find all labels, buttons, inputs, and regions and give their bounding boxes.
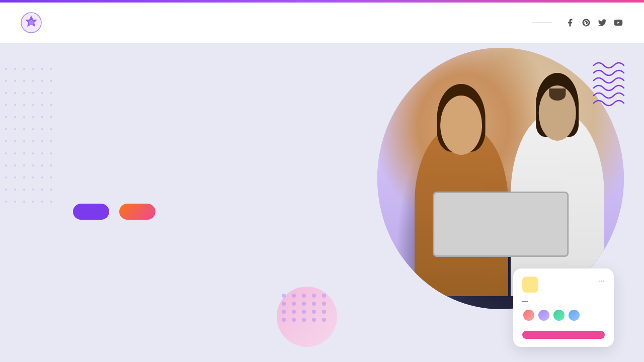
decoration-dot — [322, 310, 326, 314]
get-started-button[interactable] — [119, 204, 155, 220]
dot-decoration — [23, 164, 25, 166]
dot-decoration — [41, 152, 43, 154]
dot-decoration — [41, 80, 43, 82]
dot-decoration — [32, 164, 34, 166]
svg-point-1 — [29, 20, 34, 25]
dot-decoration — [23, 104, 25, 106]
dot-decoration — [50, 152, 52, 154]
dot-decoration — [50, 164, 52, 166]
navbar — [0, 3, 644, 43]
dot-decoration — [50, 140, 52, 142]
dot-decoration — [5, 68, 7, 70]
person-1-head — [440, 96, 482, 155]
dot-decoration — [32, 176, 34, 178]
dot-decoration — [14, 164, 16, 166]
dot-decoration — [14, 92, 16, 94]
logo[interactable] — [20, 12, 47, 34]
decoration-dot — [282, 302, 286, 306]
decoration-dot — [302, 310, 306, 314]
dot-decoration — [50, 68, 52, 70]
dot-decoration — [23, 128, 25, 130]
decoration-dot — [292, 318, 296, 322]
decoration-dot — [282, 318, 286, 322]
dot-decoration — [5, 128, 7, 130]
decoration-dot — [282, 294, 286, 298]
dot-decoration — [23, 80, 25, 82]
twitter-icon[interactable] — [597, 17, 608, 28]
dot-decoration — [41, 128, 43, 130]
youtube-icon[interactable] — [613, 17, 624, 28]
dot-decoration — [5, 116, 7, 118]
dot-decoration — [41, 116, 43, 118]
decoration-dot — [322, 294, 326, 298]
event-card: ··· — — [513, 268, 614, 347]
dot-decoration — [14, 152, 16, 154]
dot-decoration — [5, 80, 7, 82]
dot-decoration — [23, 68, 25, 70]
event-menu-dots[interactable]: ··· — [598, 277, 605, 286]
decoration-dot — [292, 294, 296, 298]
dot-decoration — [14, 80, 16, 82]
dot-decoration — [50, 116, 52, 118]
bottom-dot-decoration: const bd = document.querySelector('.bott… — [282, 294, 328, 322]
hero-section: // Generated dots const grid = document.… — [0, 43, 644, 362]
decoration-dot — [322, 302, 326, 306]
dot-decoration — [32, 128, 34, 130]
dot-decoration — [5, 92, 7, 94]
dot-decoration — [23, 92, 25, 94]
dot-decoration — [32, 104, 34, 106]
decoration-dot — [312, 294, 316, 298]
dot-decoration — [32, 80, 34, 82]
dot-decoration — [5, 152, 7, 154]
wavy-lines-decoration — [589, 58, 629, 120]
avatar-1 — [522, 309, 535, 322]
decoration-dot — [292, 302, 296, 306]
decoration-dot — [312, 302, 316, 306]
event-icon — [522, 277, 538, 293]
decoration-dot — [312, 318, 316, 322]
pinterest-icon[interactable] — [581, 17, 592, 28]
dot-decoration — [50, 176, 52, 178]
decoration-dot — [312, 310, 316, 314]
dot-decoration — [32, 92, 34, 94]
social-icons — [565, 17, 624, 28]
read-more-button[interactable] — [73, 204, 109, 220]
dot-decoration — [23, 140, 25, 142]
dot-decoration — [41, 176, 43, 178]
dot-decoration — [50, 80, 52, 82]
event-members-text: — — [522, 298, 605, 304]
decoration-dot — [282, 310, 286, 314]
dot-decoration — [32, 116, 34, 118]
dot-decoration — [5, 164, 7, 166]
facebook-icon[interactable] — [565, 17, 576, 28]
view-details-button[interactable] — [522, 331, 605, 339]
person-2-beard — [549, 88, 566, 101]
dot-decoration — [14, 116, 16, 118]
avatar-2 — [537, 309, 550, 322]
event-card-top: ··· — [522, 277, 605, 293]
dot-decoration — [14, 68, 16, 70]
decoration-dot — [322, 318, 326, 322]
dot-decoration — [41, 104, 43, 106]
decoration-dot — [292, 310, 296, 314]
dot-decoration — [23, 116, 25, 118]
decoration-dot — [302, 302, 306, 306]
dot-decoration — [14, 128, 16, 130]
avatar-4 — [568, 309, 581, 322]
dot-decoration — [50, 104, 52, 106]
dot-decoration — [41, 164, 43, 166]
dot-decoration — [23, 176, 25, 178]
dot-decoration — [50, 128, 52, 130]
hero-content — [0, 186, 155, 220]
hero-buttons — [73, 204, 155, 220]
person-2-head — [538, 85, 576, 140]
logo-icon — [20, 12, 42, 34]
dot-decoration — [41, 68, 43, 70]
decoration-dot — [302, 294, 306, 298]
dot-decoration — [32, 140, 34, 142]
nav-divider — [532, 23, 552, 23]
dot-decoration — [41, 140, 43, 142]
dot-decoration — [32, 68, 34, 70]
dot-decoration — [14, 140, 16, 142]
dot-decoration — [50, 92, 52, 94]
